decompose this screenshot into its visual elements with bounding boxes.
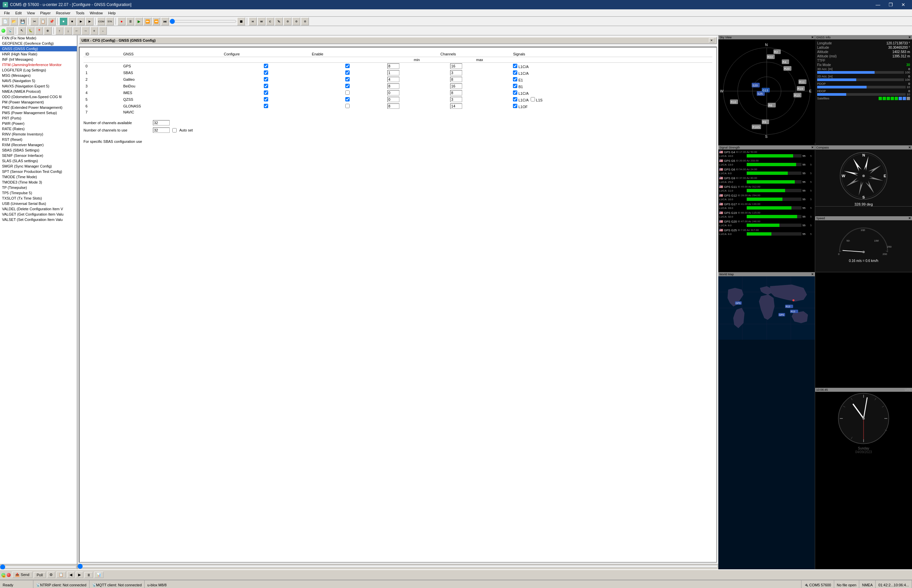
toolbar-zoom-in[interactable]: + bbox=[90, 27, 98, 35]
max-input[interactable] bbox=[450, 103, 462, 109]
left-panel-item[interactable]: SMGR (Sync Manager Config) bbox=[0, 163, 77, 169]
min-input[interactable] bbox=[387, 97, 399, 102]
min-input[interactable] bbox=[387, 90, 399, 95]
toolbar-paste[interactable]: 📌 bbox=[48, 17, 56, 25]
menu-tools[interactable]: Tools bbox=[73, 10, 87, 16]
left-panel-item[interactable]: TXSLOT (Tx Time Slots) bbox=[0, 195, 77, 201]
toolbar-port[interactable]: COM bbox=[97, 17, 105, 25]
left-panel-item[interactable]: PM (Power Management) bbox=[0, 99, 77, 105]
poll-button[interactable]: Poll bbox=[34, 572, 46, 578]
toolbar-new[interactable]: 📄 bbox=[1, 17, 9, 25]
toolbar-action5[interactable]: ⏸ bbox=[84, 572, 93, 578]
toolbar-altitude[interactable]: H bbox=[249, 17, 257, 25]
configure-checkbox[interactable] bbox=[264, 64, 268, 68]
max-input[interactable] bbox=[450, 90, 462, 95]
left-panel-item[interactable]: VALDEL (Delete Configuration Item V bbox=[0, 206, 77, 212]
left-panel-hscrollbar[interactable] bbox=[0, 565, 77, 569]
toolbar-open[interactable]: 📂 bbox=[10, 17, 18, 25]
left-panel-item[interactable]: PRT (Ports) bbox=[0, 115, 77, 121]
enable-checkbox[interactable] bbox=[345, 97, 350, 102]
toolbar-right[interactable]: → bbox=[81, 27, 89, 35]
left-panel-item[interactable]: TMODE (Time Mode) bbox=[0, 174, 77, 179]
toolbar-btn4[interactable]: ▶ bbox=[86, 17, 94, 25]
toolbar-sat1[interactable]: 🛰 bbox=[275, 17, 283, 25]
left-panel-item[interactable]: USB (Universal Serial Bus) bbox=[0, 201, 77, 206]
sky-view-close[interactable]: ✕ bbox=[811, 36, 814, 39]
menu-window[interactable]: Window bbox=[87, 10, 105, 16]
max-input[interactable] bbox=[450, 84, 462, 89]
menu-file[interactable]: File bbox=[1, 10, 13, 16]
toolbar-action1[interactable]: ⚙ bbox=[47, 572, 55, 578]
compass-close[interactable]: ✕ bbox=[908, 146, 911, 149]
signal-checkbox[interactable] bbox=[513, 77, 517, 81]
left-panel-item[interactable]: TP (Timepulse) bbox=[0, 185, 77, 190]
left-panel-item[interactable]: VALSET (Set Configuration Item Valu bbox=[0, 217, 77, 222]
toolbar-down[interactable]: ↓ bbox=[64, 27, 72, 35]
center-hscrollbar[interactable] bbox=[78, 564, 718, 568]
toolbar-connect[interactable]: ■ bbox=[60, 17, 68, 25]
left-panel-item[interactable]: SLAS (SLAS settings) bbox=[0, 158, 77, 163]
left-panel-item[interactable]: ITFM (Jamming/Interference Monitor bbox=[0, 62, 77, 68]
menu-receiver[interactable]: Receiver bbox=[53, 10, 73, 16]
left-panel-item[interactable]: HNR (High Nav Rate) bbox=[0, 52, 77, 57]
toolbar-pause[interactable]: ⏸ bbox=[126, 17, 134, 25]
min-input[interactable] bbox=[387, 70, 399, 76]
config-window-close[interactable]: ✕ bbox=[709, 38, 714, 43]
toolbar-ff[interactable]: ⏩ bbox=[144, 17, 152, 25]
toolbar-sat3[interactable]: ⚙ bbox=[292, 17, 300, 25]
left-panel-item[interactable]: VALGET (Get Configuration Item Valu bbox=[0, 212, 77, 217]
toolbar-wpt[interactable]: W bbox=[258, 17, 266, 25]
toolbar-pos[interactable]: 📍 bbox=[35, 27, 43, 35]
configure-checkbox[interactable] bbox=[264, 84, 268, 88]
left-panel-item[interactable]: MSG (Messages) bbox=[0, 73, 77, 78]
max-input[interactable] bbox=[450, 77, 462, 82]
gnss-info-close[interactable]: ✕ bbox=[908, 36, 911, 39]
min-input[interactable] bbox=[387, 103, 399, 109]
left-panel-item[interactable]: PWR (Power) bbox=[0, 121, 77, 126]
left-panel-item[interactable]: RATE (Rates) bbox=[0, 126, 77, 131]
toolbar-rw[interactable]: ⏪ bbox=[152, 17, 160, 25]
toolbar-btn3[interactable]: ▶ bbox=[77, 17, 85, 25]
configure-checkbox[interactable] bbox=[264, 104, 268, 108]
left-panel-item[interactable]: FXN (Fix Now Mode) bbox=[0, 36, 77, 41]
signal-checkbox[interactable] bbox=[531, 97, 535, 102]
toolbar-play[interactable]: ▶ bbox=[135, 17, 143, 25]
menu-edit[interactable]: Edit bbox=[13, 10, 24, 16]
toolbar-debug[interactable]: 🐛 bbox=[26, 27, 34, 35]
map-close[interactable]: ✕ bbox=[811, 273, 814, 276]
left-panel-item[interactable]: RINV (Remote Inventory) bbox=[0, 131, 77, 137]
signal-checkbox[interactable] bbox=[513, 70, 517, 75]
toolbar-baud[interactable]: 57K bbox=[106, 17, 114, 25]
left-panel-item[interactable]: RXM (Receiver Manager) bbox=[0, 142, 77, 147]
left-panel-item[interactable]: NAVX5 (Navigation Expert 5) bbox=[0, 84, 77, 89]
close-button[interactable]: ✕ bbox=[897, 0, 909, 9]
channels-available-input[interactable] bbox=[153, 120, 170, 126]
toolbar-end[interactable]: ⏹ bbox=[237, 17, 245, 25]
min-input[interactable] bbox=[387, 63, 399, 69]
auto-set-checkbox[interactable] bbox=[172, 128, 177, 132]
signal-checkbox[interactable] bbox=[513, 64, 517, 68]
enable-checkbox[interactable] bbox=[345, 70, 350, 75]
left-panel-item[interactable]: RST (Reset) bbox=[0, 137, 77, 142]
max-input[interactable] bbox=[450, 97, 462, 102]
toolbar-left[interactable]: ← bbox=[73, 27, 81, 35]
enable-checkbox[interactable] bbox=[345, 77, 350, 81]
menu-view[interactable]: View bbox=[24, 10, 38, 16]
max-input[interactable] bbox=[450, 70, 462, 76]
configure-checkbox[interactable] bbox=[264, 97, 268, 102]
toolbar-save[interactable]: 💾 bbox=[19, 17, 27, 25]
toolbar-cog[interactable]: C bbox=[266, 17, 274, 25]
left-panel-item[interactable]: SENIF (Sensor Interface) bbox=[0, 153, 77, 158]
menu-player[interactable]: Player bbox=[37, 10, 53, 16]
restore-button[interactable]: ❐ bbox=[884, 0, 897, 9]
left-panel-item[interactable]: GEOFENCE (Geofence Config) bbox=[0, 41, 77, 46]
left-panel-item[interactable]: INF (Inf Messages) bbox=[0, 57, 77, 62]
toolbar-antenna[interactable]: 📡 bbox=[6, 27, 14, 35]
speed-close[interactable]: ✕ bbox=[908, 216, 911, 220]
toolbar-up[interactable]: ↑ bbox=[55, 27, 63, 35]
playback-slider[interactable] bbox=[170, 19, 237, 24]
configure-checkbox[interactable] bbox=[264, 70, 268, 75]
signal-checkbox[interactable] bbox=[513, 97, 517, 102]
menu-help[interactable]: Help bbox=[105, 10, 118, 16]
signal-checkbox[interactable] bbox=[513, 84, 517, 88]
